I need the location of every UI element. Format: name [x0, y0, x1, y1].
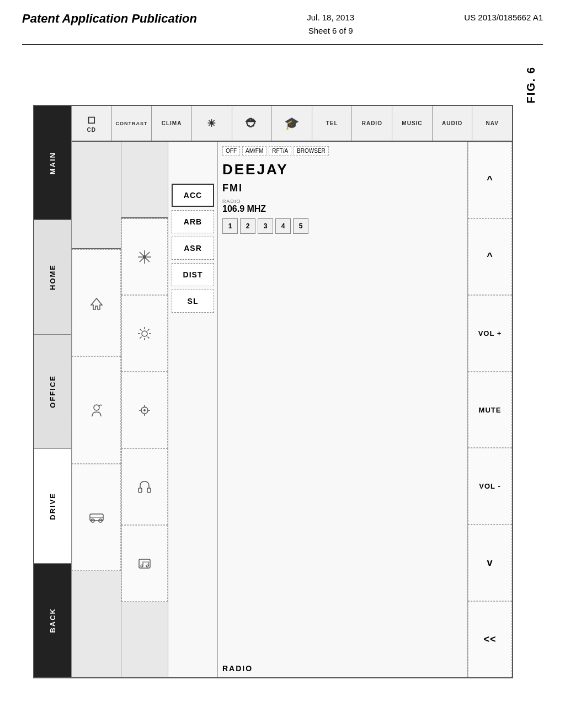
sidebar-label-home: HOME — [49, 264, 57, 290]
figure-label: FIG. 6 — [525, 66, 537, 104]
ctrl-vol-minus[interactable]: VOL - — [468, 448, 512, 524]
tab-nav-label: NAV — [486, 120, 499, 126]
grid-home-bottom[interactable] — [121, 295, 168, 372]
settings-gear-icon — [136, 325, 153, 342]
office-icon-svg — [88, 401, 105, 419]
office-settings-icon — [136, 402, 153, 419]
svg-rect-9 — [147, 488, 151, 493]
svg-point-7 — [143, 409, 146, 411]
tab-radio-label: RADIO — [362, 120, 382, 126]
btn-dist[interactable]: DIST — [172, 263, 214, 286]
sidebar-label-drive: DRIVE — [49, 493, 57, 520]
sidebar-label-main: MAIN — [49, 152, 57, 174]
top-tab-bar: ◻ CD CONTRAST CLIMA ☀ ⛑ 🎓 TEL RADIO MUSI… — [72, 106, 512, 142]
icon-grid-column — [121, 142, 168, 677]
grid-back-row — [121, 602, 168, 677]
command-item-main-row — [72, 142, 121, 249]
radio-bottom-label: RADIO — [222, 660, 463, 673]
item-browser[interactable]: BROWSER — [294, 146, 329, 156]
frequency-display: RADIO 106.9 MHZ — [222, 199, 463, 214]
tab-hat1[interactable]: ⛑ — [232, 106, 273, 141]
publication-title: Patent Application Publication — [22, 11, 197, 27]
preset-2[interactable]: 2 — [240, 218, 255, 234]
ui-main-container: MAIN HOME OFFICE DRIVE BACK ◻ CD CONTRAS… — [33, 105, 513, 678]
preset-5[interactable]: 5 — [293, 218, 308, 234]
tab-clima[interactable]: CLIMA — [152, 106, 192, 141]
sidebar-item-home[interactable]: HOME — [34, 220, 71, 334]
preset-3[interactable]: 3 — [258, 218, 273, 234]
snowflake-icon — [136, 248, 153, 266]
command-column — [72, 142, 121, 677]
tab-hat2[interactable]: 🎓 — [272, 106, 312, 141]
cd-icon: ◻ — [87, 114, 96, 126]
header-divider — [22, 44, 543, 45]
command-item-drive[interactable] — [72, 464, 121, 571]
btn-asr[interactable]: ASR — [172, 237, 214, 260]
home-icon-svg — [88, 294, 105, 312]
grid-main-row — [121, 142, 168, 218]
sun-icon: ☀ — [207, 117, 216, 130]
publication-meta: Jul. 18, 2013 Sheet 6 of 9 — [307, 11, 354, 38]
audio-headset-icon — [136, 478, 153, 496]
sidebar-item-office[interactable]: OFFICE — [34, 335, 71, 449]
svg-point-12 — [146, 565, 148, 567]
page-header: Patent Application Publication Jul. 18, … — [0, 0, 565, 43]
tab-nav[interactable]: NAV — [472, 106, 512, 141]
tab-cd[interactable]: ◻ CD — [72, 106, 112, 141]
tab-audio[interactable]: AUDIO — [433, 106, 473, 141]
command-item-home[interactable] — [72, 249, 121, 357]
svg-point-4 — [143, 255, 146, 259]
sheet-info: Sheet 6 of 9 — [308, 26, 353, 35]
mode-button-column: ACC ARB ASR DIST SL — [168, 142, 218, 677]
ctrl-arrow-down[interactable]: v — [468, 524, 512, 601]
preset-4[interactable]: 4 — [275, 218, 291, 234]
grid-drive-bottom[interactable] — [121, 525, 168, 602]
freq-value: 106.9 MHZ — [222, 204, 463, 214]
mode-main-spacer — [172, 148, 214, 180]
freq-label: RADIO — [222, 199, 463, 204]
tab-tel-label: TEL — [326, 120, 338, 126]
right-control-column: ^ ^ VOL + MUTE VOL - v << — [468, 142, 512, 677]
tab-sun[interactable]: ☀ — [192, 106, 232, 141]
grid-home-top[interactable] — [121, 218, 168, 295]
tab-contrast-label: CONTRAST — [115, 121, 147, 126]
tab-radio[interactable]: RADIO — [352, 106, 392, 141]
tab-music-label: MUSIC — [402, 120, 422, 126]
svg-point-11 — [141, 565, 143, 567]
sidebar-item-main[interactable]: MAIN — [34, 106, 71, 220]
grid-drive-top[interactable] — [121, 448, 168, 525]
ctrl-arrow-down-down[interactable]: << — [468, 601, 512, 677]
music-note-icon — [136, 555, 153, 572]
tab-cd-label: CD — [87, 127, 96, 133]
patent-number: US 2013/0185662 A1 — [464, 11, 543, 24]
btn-sl[interactable]: SL — [172, 290, 214, 313]
tab-music[interactable]: MUSIC — [392, 106, 433, 141]
station-name: DEEJAY — [222, 161, 463, 178]
sidebar-item-drive[interactable]: DRIVE — [34, 449, 71, 563]
preset-1[interactable]: 1 — [222, 218, 238, 234]
main-sub-items: OFF AM/FM RFT/A BROWSER — [222, 146, 463, 156]
substation-label: FMI — [222, 183, 463, 194]
item-off[interactable]: OFF — [222, 146, 240, 156]
tab-clima-label: CLIMA — [162, 120, 182, 126]
tab-tel[interactable]: TEL — [312, 106, 353, 141]
command-item-back — [72, 571, 121, 677]
ctrl-arrow-up[interactable]: ^ — [468, 218, 512, 295]
command-item-office[interactable] — [72, 356, 121, 464]
left-sidebar: MAIN HOME OFFICE DRIVE BACK — [34, 106, 72, 677]
item-rfta[interactable]: RFT/A — [269, 146, 291, 156]
grid-office[interactable] — [121, 372, 168, 448]
svg-point-0 — [94, 405, 99, 410]
ctrl-vol-plus[interactable]: VOL + — [468, 295, 512, 372]
svg-rect-8 — [138, 488, 142, 493]
drive-icon-svg — [88, 508, 105, 526]
item-amfm[interactable]: AM/FM — [242, 146, 266, 156]
btn-arb[interactable]: ARB — [172, 210, 214, 233]
ctrl-mute[interactable]: MUTE — [468, 372, 512, 448]
ctrl-arrow-up-up[interactable]: ^ — [468, 142, 512, 218]
tab-contrast[interactable]: CONTRAST — [112, 106, 152, 141]
btn-acc[interactable]: ACC — [172, 184, 214, 207]
sidebar-label-back: BACK — [49, 608, 57, 633]
radio-display-area: OFF AM/FM RFT/A BROWSER DEEJAY FMI RADIO… — [218, 142, 468, 677]
sidebar-item-back[interactable]: BACK — [34, 564, 71, 677]
